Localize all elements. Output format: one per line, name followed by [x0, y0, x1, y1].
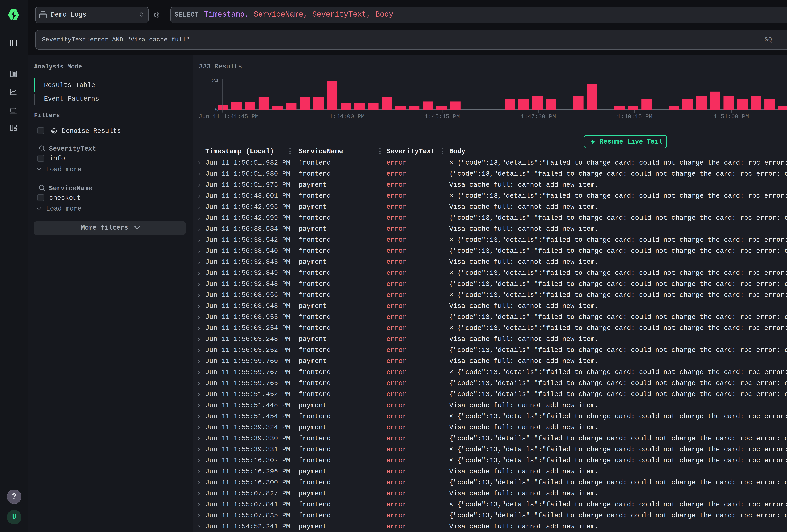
- svg-text:1:44:00 PM: 1:44:00 PM: [329, 113, 364, 120]
- svg-text:1:51:00 PM: 1:51:00 PM: [714, 113, 749, 120]
- svg-text:0: 0: [215, 106, 219, 113]
- svg-text:Jun 11 1:41:45 PM: Jun 11 1:41:45 PM: [199, 113, 259, 120]
- svg-text:1:49:15 PM: 1:49:15 PM: [617, 113, 653, 120]
- svg-text:24: 24: [212, 78, 219, 84]
- svg-text:1:45:45 PM: 1:45:45 PM: [425, 113, 460, 120]
- svg-text:1:47:30 PM: 1:47:30 PM: [521, 113, 556, 120]
